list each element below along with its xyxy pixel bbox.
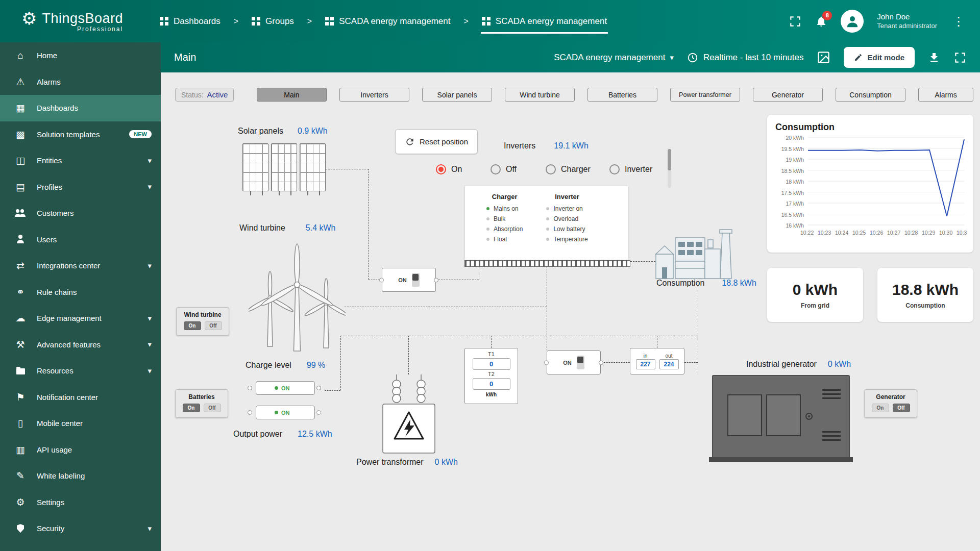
tab-alarms[interactable]: Alarms: [918, 88, 973, 102]
sidebar-item-dashboards[interactable]: ▦Dashboards: [0, 95, 161, 121]
wire: [547, 266, 547, 350]
wind-off-button[interactable]: Off: [205, 321, 222, 330]
sidebar-item-customers[interactable]: Customers: [0, 200, 161, 227]
scrollbar-thumb[interactable]: [668, 149, 671, 170]
reset-position-button[interactable]: Reset position: [395, 129, 478, 154]
sidebar-item-profiles[interactable]: ▤Profiles▾: [0, 174, 161, 201]
person-icon: [845, 14, 860, 29]
radio-icon: [609, 164, 620, 174]
dashboard-fullscreen-button[interactable]: [953, 51, 967, 64]
sidebar-item-label: Advanced features: [37, 340, 148, 349]
status-chip: Status: Active: [175, 88, 234, 102]
output-power-label: Output power: [233, 430, 282, 439]
breadcrumb-label: SCADA energy management: [496, 16, 607, 27]
sidebar-item-entities[interactable]: ◫Entities▾: [0, 147, 161, 174]
tab-wind-turbine[interactable]: Wind turbine: [505, 88, 575, 102]
tab-main[interactable]: Main: [257, 88, 327, 102]
charge-level-readout: Charge level 99 %: [246, 361, 325, 370]
clock-icon: [687, 52, 698, 63]
tab-consumption[interactable]: Consumption: [836, 88, 905, 102]
status-led: [546, 207, 549, 210]
inverters-label: Inverters: [504, 141, 535, 151]
sidebar-item-security[interactable]: Security▾: [0, 515, 161, 542]
tab-power-transformer[interactable]: Power transformer: [670, 88, 740, 102]
sidebar-item-notification-center[interactable]: ⚑Notification center: [0, 384, 161, 411]
thingsboard-logo[interactable]: ⚙ ThingsBoard Professional: [21, 10, 123, 33]
sidebar-item-label: Edge management: [37, 314, 148, 322]
tab-solar-panels[interactable]: Solar panels: [422, 88, 492, 102]
user-avatar[interactable]: [841, 10, 864, 33]
sidebar-item-resources[interactable]: Resources▾: [0, 358, 161, 384]
tab-inverters[interactable]: Inverters: [339, 88, 409, 102]
reset-position-label: Reset position: [420, 137, 468, 146]
battery-bar: ON: [256, 381, 315, 395]
wind-on-button[interactable]: On: [184, 321, 201, 330]
grid-switch[interactable]: ON: [547, 350, 601, 374]
wind-turbine-control-panel: Wind turbine On Off: [176, 307, 229, 336]
logo-gear-icon: ⚙: [21, 10, 37, 27]
generator-off-button[interactable]: Off: [893, 404, 910, 412]
tab-batteries[interactable]: Batteries: [587, 88, 657, 102]
t2-value-field: 0: [473, 378, 510, 390]
notifications-button[interactable]: 8: [815, 15, 827, 28]
timewindow-button[interactable]: Realtime - last 10 minutes: [687, 52, 804, 63]
dashboard-select[interactable]: SCADA energy management ▾: [554, 53, 674, 63]
power-transformer-label: Power transformer: [356, 458, 424, 467]
battery-bar: ON: [256, 406, 315, 419]
batteries-control-panel: Batteries On Off: [175, 389, 228, 418]
inverter-mode-charger-radio[interactable]: Charger: [546, 164, 591, 174]
inverter-mode-off-radio[interactable]: Off: [491, 164, 517, 174]
inverter-mode-inverter-radio[interactable]: Inverter: [609, 164, 652, 174]
sidebar-item-integrations-center[interactable]: ⇄Integrations center▾: [0, 253, 161, 279]
header-fullscreen-button[interactable]: [789, 15, 802, 28]
sidebar-item-label: Resources: [37, 366, 148, 375]
dashboard-toolbar: Main SCADA energy management ▾ Realtime …: [161, 42, 980, 72]
tab-generator[interactable]: Generator: [753, 88, 823, 102]
transformer-meter-box: T1 0 T2 0 kWh: [464, 348, 518, 404]
breadcrumb-scada-group[interactable]: SCADA energy management: [324, 12, 451, 31]
dashboard-image-button[interactable]: [817, 51, 830, 64]
sidebar-item-edge-management[interactable]: ☁Edge management▾: [0, 305, 161, 332]
inverter-mode-on-radio[interactable]: On: [436, 164, 462, 174]
toggle-switch[interactable]: [412, 273, 420, 287]
edit-mode-button[interactable]: Edit mode: [844, 47, 915, 68]
solar-panels-readout: Solar panels 0.9 kWh: [238, 127, 328, 136]
sidebar-item-users[interactable]: Users: [0, 227, 161, 253]
customers-icon: [13, 208, 28, 218]
generator-on-button[interactable]: On: [872, 404, 889, 412]
status-led: [546, 217, 549, 220]
sidebar-item-rule-chains[interactable]: ⚭Rule chains: [0, 279, 161, 306]
sidebar-item-white-labeling[interactable]: ✎White labeling: [0, 463, 161, 489]
output-power-value: 12.5 kWh: [298, 430, 332, 439]
sidebar-item-api-usage[interactable]: ▥API usage: [0, 437, 161, 463]
status-led: [486, 217, 489, 220]
sidebar-item-label: Customers: [37, 209, 152, 217]
sidebar-item-label: Rule chains: [37, 288, 152, 296]
wind-turbine-readout: Wind turbine 5.4 kWh: [239, 223, 336, 233]
batteries-off-button[interactable]: Off: [204, 404, 221, 412]
generator-gauge: [805, 413, 813, 420]
sidebar-item-home[interactable]: ⌂Home: [0, 42, 161, 69]
sidebar-item-settings[interactable]: ⚙Settings: [0, 489, 161, 516]
more-menu-button[interactable]: ⋮: [950, 14, 967, 29]
widget-scrollbar[interactable]: [668, 149, 671, 188]
breadcrumb-scada-dashboard-active[interactable]: SCADA energy management: [481, 12, 608, 31]
integrations-icon: ⇄: [13, 260, 28, 271]
sidebar-item-label: Settings: [37, 498, 152, 507]
sidebar-item-solution-templates[interactable]: ▩Solution templatesNEW: [0, 121, 161, 148]
chevron-down-icon: ▾: [148, 314, 152, 323]
solar-panels-graphic: [242, 143, 326, 196]
toggle-switch[interactable]: [577, 356, 584, 369]
breadcrumb-groups[interactable]: Groups: [251, 12, 295, 31]
panel-title: Wind turbine: [184, 311, 221, 318]
batteries-on-button[interactable]: On: [183, 404, 200, 412]
breadcrumb-dashboards[interactable]: Dashboards: [159, 12, 222, 31]
sidebar-item-mobile-center[interactable]: ▯Mobile center: [0, 410, 161, 437]
generator-vent: [822, 431, 841, 433]
sidebar-item-advanced-features[interactable]: ⚒Advanced features▾: [0, 332, 161, 358]
solar-switch[interactable]: ON: [382, 268, 436, 292]
home-icon: ⌂: [13, 50, 28, 61]
sidebar-item-alarms[interactable]: ⚠Alarms: [0, 69, 161, 95]
wind-turbine-graphic: [249, 238, 346, 353]
download-dashboard-button[interactable]: [928, 52, 940, 64]
